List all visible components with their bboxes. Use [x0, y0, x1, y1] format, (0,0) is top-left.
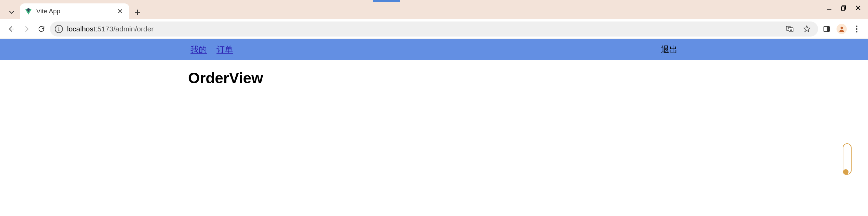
minimize-button[interactable]	[826, 5, 832, 11]
window-controls	[819, 0, 868, 16]
app-navbar: 我的 订单 退出	[0, 39, 868, 60]
tab-title: Vite App	[36, 8, 111, 15]
chevron-down-icon	[9, 10, 14, 15]
bookmark-button[interactable]	[800, 23, 813, 35]
svg-rect-3	[789, 28, 793, 32]
maximize-button[interactable]	[841, 5, 847, 11]
arrow-right-icon	[23, 25, 30, 33]
nav-link-mine[interactable]: 我的	[190, 44, 207, 55]
avatar-icon	[837, 24, 847, 34]
forward-button[interactable]	[20, 23, 33, 35]
navbar-inner: 我的 订单 退出	[188, 44, 680, 55]
page-viewport: 我的 订单 退出 OrderView	[0, 39, 868, 216]
floating-scroll-widget[interactable]	[843, 143, 852, 175]
navbar-left: 我的 订单	[190, 44, 233, 55]
svg-point-9	[856, 31, 857, 32]
reload-button[interactable]	[35, 23, 48, 35]
new-tab-button[interactable]	[131, 5, 144, 19]
back-button[interactable]	[5, 23, 18, 35]
nav-link-order[interactable]: 订单	[216, 44, 233, 55]
svg-point-6	[841, 27, 843, 29]
profile-button[interactable]	[835, 23, 848, 35]
panel-icon	[823, 25, 830, 33]
close-window-button[interactable]	[855, 5, 861, 11]
url-text: localhost:5173/admin/order	[67, 25, 154, 33]
plus-icon	[134, 9, 141, 15]
translate-icon	[786, 25, 794, 33]
side-panel-button[interactable]	[820, 23, 833, 35]
address-bar[interactable]: i localhost:5173/admin/order	[50, 21, 818, 37]
reload-icon	[38, 25, 45, 33]
arrow-left-icon	[8, 25, 15, 33]
translate-button[interactable]	[783, 23, 796, 35]
vite-favicon-icon	[25, 8, 32, 15]
url-path: 5173/admin/order	[97, 25, 154, 33]
browser-tab-active[interactable]: Vite App	[20, 3, 129, 19]
star-icon	[803, 25, 811, 33]
site-info-icon[interactable]: i	[55, 25, 63, 33]
nav-logout[interactable]: 退出	[661, 44, 678, 55]
svg-point-8	[856, 28, 857, 29]
url-host: localhost:	[67, 25, 97, 33]
tablist-dropdown-button[interactable]	[5, 5, 18, 19]
loading-bar	[373, 0, 400, 2]
svg-point-7	[856, 25, 857, 27]
svg-rect-5	[827, 26, 829, 31]
svg-rect-1	[841, 7, 845, 10]
page-title: OrderView	[188, 70, 868, 87]
browser-tab-strip: Vite App	[0, 0, 868, 19]
tab-close-button[interactable]	[116, 9, 124, 14]
browser-toolbar: i localhost:5173/admin/order	[0, 19, 868, 39]
kebab-menu-button[interactable]	[850, 23, 863, 35]
more-vertical-icon	[856, 25, 858, 33]
